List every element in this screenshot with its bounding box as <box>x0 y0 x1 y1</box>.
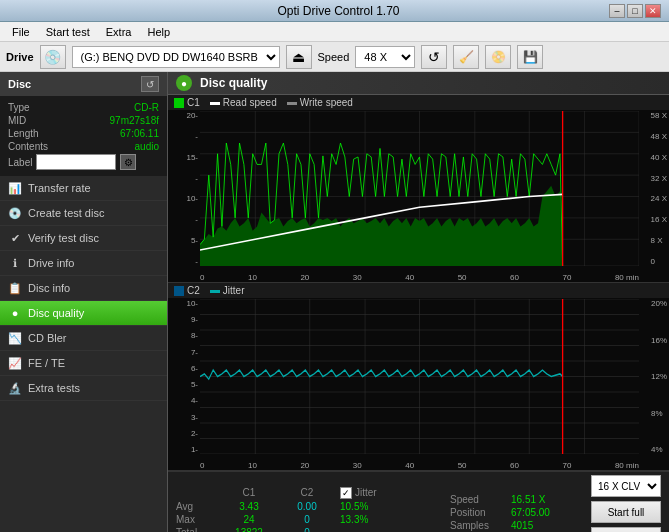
disc-refresh-button[interactable]: ↺ <box>141 76 159 92</box>
stats-c2-header: C2 <box>282 487 332 499</box>
clv-select[interactable]: 16 X CLV <box>591 475 661 497</box>
speed-select[interactable]: 48 X <box>355 46 415 68</box>
write-button[interactable]: 📀 <box>485 45 511 69</box>
c2-max: 0 <box>282 514 332 525</box>
jitter-legend-color <box>210 290 220 293</box>
sidebar-label-fe-te: FE / TE <box>28 357 65 369</box>
sidebar-label-create-test-disc: Create test disc <box>28 207 104 219</box>
c2-legend-color <box>174 286 184 296</box>
drive-bar: Drive 💿 (G:) BENQ DVD DD DW1640 BSRB ⏏ S… <box>0 42 669 72</box>
save-button[interactable]: 💾 <box>517 45 543 69</box>
position-value: 67:05.00 <box>511 507 550 518</box>
action-buttons: 16 X CLV Start full Start part <box>591 475 661 532</box>
minimize-button[interactable]: – <box>609 4 625 18</box>
type-label: Type <box>8 102 30 113</box>
disc-quality-icon: ● <box>8 306 22 320</box>
eject-button[interactable]: ⏏ <box>286 45 312 69</box>
position-label: Position <box>450 507 505 518</box>
disc-quality-header: ● Disc quality <box>168 72 669 95</box>
speed-label: Speed <box>318 51 350 63</box>
window-controls: – □ ✕ <box>609 4 661 18</box>
menu-bar: File Start test Extra Help <box>0 22 669 42</box>
sidebar-item-verify-test-disc[interactable]: ✔ Verify test disc <box>0 226 167 251</box>
sidebar-label-disc-quality: Disc quality <box>28 307 84 319</box>
c2-x-axis: 01020304050607080 min <box>200 461 639 470</box>
c1-max: 24 <box>224 514 274 525</box>
c1-total: 13822 <box>224 527 274 533</box>
start-part-button[interactable]: Start part <box>591 527 661 532</box>
sidebar-item-disc-info[interactable]: 📋 Disc info <box>0 276 167 301</box>
sidebar-item-cd-bler[interactable]: 📉 CD Bler <box>0 326 167 351</box>
c1-x-axis: 01020304050607080 min <box>200 273 639 282</box>
transfer-rate-icon: 📊 <box>8 181 22 195</box>
sidebar-label-extra-tests: Extra tests <box>28 382 80 394</box>
label-input[interactable] <box>36 154 116 170</box>
c1-avg: 3.43 <box>224 501 274 512</box>
menu-help[interactable]: Help <box>139 25 178 39</box>
erase-button[interactable]: 🧹 <box>453 45 479 69</box>
write-speed-legend-color <box>287 102 297 105</box>
contents-value: audio <box>135 141 159 152</box>
speed-label-stats: Speed <box>450 494 505 505</box>
maximize-button[interactable]: □ <box>627 4 643 18</box>
start-full-button[interactable]: Start full <box>591 501 661 523</box>
menu-start-test[interactable]: Start test <box>38 25 98 39</box>
stats-bar: C1 C2 ✓ Jitter Avg 3.43 0.00 10.5% Max 2… <box>168 471 669 532</box>
write-speed-legend-label: Write speed <box>300 97 353 108</box>
c2-avg: 0.00 <box>282 501 332 512</box>
menu-file[interactable]: File <box>4 25 38 39</box>
read-speed-legend-label: Read speed <box>223 97 277 108</box>
sidebar-item-drive-info[interactable]: ℹ Drive info <box>0 251 167 276</box>
close-button[interactable]: ✕ <box>645 4 661 18</box>
c1-chart-container: C1 Read speed Write speed <box>168 95 669 283</box>
refresh-button[interactable]: ↺ <box>421 45 447 69</box>
sidebar-item-extra-tests[interactable]: 🔬 Extra tests <box>0 376 167 401</box>
mid-label: MID <box>8 115 26 126</box>
stats-col-empty <box>176 487 216 499</box>
length-label: Length <box>8 128 39 139</box>
sidebar-item-disc-quality[interactable]: ● Disc quality <box>0 301 167 326</box>
jitter-max: 13.3% <box>340 514 420 525</box>
jitter-avg: 10.5% <box>340 501 420 512</box>
sidebar: Disc ↺ Type CD-R MID 97m27s18f Length 67… <box>0 72 168 532</box>
disc-quality-title: Disc quality <box>200 76 267 90</box>
gear-button[interactable]: ⚙ <box>120 154 136 170</box>
disc-header: Disc ↺ <box>0 72 167 96</box>
sidebar-label-transfer-rate: Transfer rate <box>28 182 91 194</box>
avg-label: Avg <box>176 501 216 512</box>
c2-chart-svg <box>200 299 639 454</box>
drive-info-icon: ℹ <box>8 256 22 270</box>
samples-label: Samples <box>450 520 505 531</box>
fe-te-icon: 📈 <box>8 356 22 370</box>
quality-icon: ● <box>176 75 192 91</box>
sidebar-item-transfer-rate[interactable]: 📊 Transfer rate <box>0 176 167 201</box>
disc-info-icon: 📋 <box>8 281 22 295</box>
length-value: 67:06.11 <box>120 128 159 139</box>
jitter-checkbox[interactable]: ✓ <box>340 487 352 499</box>
drive-icon: 💿 <box>40 45 66 69</box>
total-label: Total <box>176 527 216 533</box>
c2-legend: C2 Jitter <box>168 283 669 298</box>
read-speed-legend-color <box>210 102 220 105</box>
contents-label: Contents <box>8 141 48 152</box>
disc-section-title: Disc <box>8 78 31 90</box>
stats-c1-header: C1 <box>224 487 274 499</box>
sidebar-label-disc-info: Disc info <box>28 282 70 294</box>
sidebar-item-fe-te[interactable]: 📈 FE / TE <box>0 351 167 376</box>
c2-chart-container: C2 Jitter <box>168 283 669 471</box>
sidebar-item-create-test-disc[interactable]: 💿 Create test disc <box>0 201 167 226</box>
speed-value-stats: 16.51 X <box>511 494 545 505</box>
c1-y-axis-right: 58 X48 X40 X32 X24 X16 X8 X0 <box>651 111 667 266</box>
c1-legend: C1 Read speed Write speed <box>168 95 669 110</box>
c1-y-axis-left: 20--15--10--5-- <box>170 111 198 266</box>
verify-test-disc-icon: ✔ <box>8 231 22 245</box>
c1-legend-color <box>174 98 184 108</box>
samples-value: 4015 <box>511 520 533 531</box>
stats-table: C1 C2 ✓ Jitter Avg 3.43 0.00 10.5% Max 2… <box>176 487 420 533</box>
c2-legend-label: C2 <box>187 285 200 296</box>
drive-select[interactable]: (G:) BENQ DVD DD DW1640 BSRB <box>72 46 280 68</box>
max-label: Max <box>176 514 216 525</box>
menu-extra[interactable]: Extra <box>98 25 140 39</box>
label-label: Label <box>8 157 32 168</box>
app-title: Opti Drive Control 1.70 <box>68 4 609 18</box>
